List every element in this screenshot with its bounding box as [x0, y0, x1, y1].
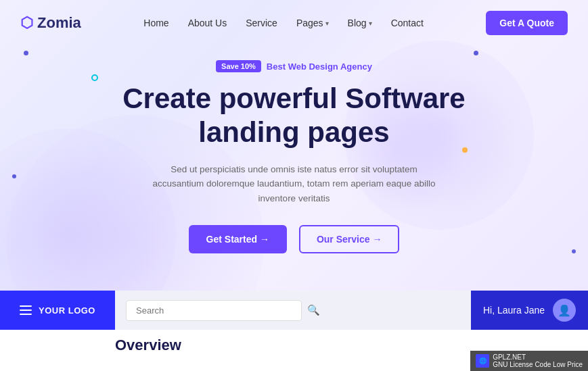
- nav-service[interactable]: Service: [246, 18, 277, 28]
- topbar-search: 🔍: [115, 291, 471, 330]
- hero-subtitle: Sed ut perspiciatis unde omnis iste natu…: [152, 162, 436, 206]
- hero-title-line1: Create powerful Software: [122, 82, 465, 114]
- watermark-subtext: GNU License Code Low Price: [493, 361, 583, 368]
- nav-about[interactable]: About Us: [188, 18, 227, 28]
- hero-title-line2: landing pages: [198, 116, 389, 148]
- nav-pages[interactable]: Pages ▾: [296, 18, 329, 28]
- avatar[interactable]: 👤: [553, 299, 576, 322]
- topbar-user: Hi, Laura Jane 👤: [471, 291, 588, 330]
- user-greeting: Hi, Laura Jane: [483, 305, 545, 316]
- watermark: 🌐 GPLZ.NET GNU License Code Low Price: [470, 351, 588, 371]
- watermark-text: GPLZ.NET GNU License Code Low Price: [493, 353, 583, 368]
- hamburger-icon[interactable]: [20, 305, 32, 315]
- search-button[interactable]: 🔍: [307, 304, 320, 316]
- blog-chevron-icon: ▾: [369, 20, 372, 27]
- bottom-topbar: YOUR LOGO 🔍 Hi, Laura Jane 👤: [0, 291, 588, 330]
- topbar-logo: YOUR LOGO: [0, 291, 115, 330]
- hero-badge: Save 10% Best Web Design Agency: [216, 60, 372, 72]
- get-started-button[interactable]: Get Started →: [189, 225, 287, 253]
- badge-save: Save 10%: [216, 60, 261, 72]
- logo-icon: ⬡: [20, 14, 33, 32]
- search-input[interactable]: [126, 300, 302, 321]
- nav-blog[interactable]: Blog ▾: [348, 18, 372, 28]
- our-service-button[interactable]: Our Service →: [299, 225, 400, 253]
- hero-content: Save 10% Best Web Design Agency Create p…: [0, 46, 588, 253]
- hero-buttons: Get Started → Our Service →: [0, 225, 588, 253]
- logo-text: Zomia: [37, 14, 81, 32]
- watermark-icon: 🌐: [476, 354, 489, 368]
- watermark-site: GPLZ.NET: [493, 353, 526, 361]
- nav-contact[interactable]: Contact: [391, 18, 424, 28]
- pages-chevron-icon: ▾: [325, 20, 329, 27]
- hero-title: Create powerful Software landing pages: [0, 82, 588, 150]
- overview-title: Overview: [115, 337, 473, 354]
- logo: ⬡ Zomia: [20, 14, 81, 32]
- hero-section: ⬡ Zomia Home About Us Service Pages ▾ Bl…: [0, 0, 588, 291]
- topbar-logo-text: YOUR LOGO: [39, 305, 95, 316]
- navbar: ⬡ Zomia Home About Us Service Pages ▾ Bl…: [0, 0, 588, 46]
- nav-links: Home About Us Service Pages ▾ Blog ▾ Con…: [143, 17, 424, 29]
- get-quote-button[interactable]: Get A Quote: [486, 11, 568, 35]
- nav-home[interactable]: Home: [143, 18, 168, 28]
- badge-text: Best Web Design Agency: [267, 61, 372, 72]
